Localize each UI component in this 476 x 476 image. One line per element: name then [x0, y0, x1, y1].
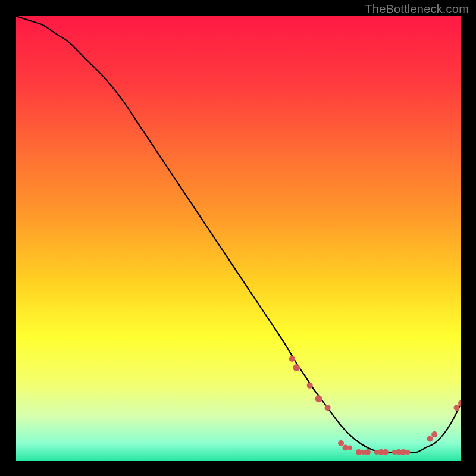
data-point [307, 383, 313, 389]
data-point [289, 356, 295, 362]
data-point [431, 431, 437, 437]
data-point [383, 449, 389, 455]
plot-area [16, 16, 461, 461]
watermark-label: TheBottleneck.com [365, 2, 469, 16]
data-point [325, 405, 331, 411]
chart-overlay [16, 16, 461, 461]
data-point [458, 400, 461, 406]
data-point [427, 436, 433, 442]
data-points [289, 356, 461, 455]
data-point [347, 446, 352, 450]
data-point [365, 449, 371, 455]
data-point [293, 364, 300, 371]
data-point [338, 440, 344, 446]
bottleneck-curve [16, 16, 461, 453]
chart-frame: TheBottleneck.com [0, 0, 476, 476]
data-point [315, 395, 322, 402]
data-point [405, 450, 410, 455]
data-point [454, 405, 460, 411]
